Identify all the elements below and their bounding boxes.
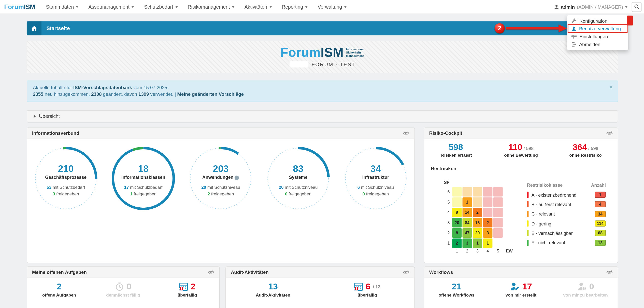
nav-item-schutzbedarf[interactable]: Schutzbedarf — [140, 0, 182, 14]
alert-line-1: Aktuelle Inhalte für ISM-Vorschlagsdaten… — [33, 84, 612, 91]
nav-label: Risikomanagement — [188, 4, 230, 10]
stat-value: 110 — [508, 142, 522, 152]
stat-value: 0 — [589, 282, 594, 292]
matrix-cell[interactable]: 47 — [463, 228, 472, 238]
panel-title: Meine offenen Aufgaben — [32, 270, 87, 275]
eye-slash-icon — [208, 270, 214, 275]
matrix-cell[interactable]: 2 — [452, 238, 462, 248]
matrix-cell[interactable] — [463, 187, 472, 196]
matrix-cell[interactable] — [483, 208, 492, 217]
stat-circle-systeme: 83 Systeme 20 mit Schutzniveau 0 freigeg… — [260, 139, 337, 264]
matrix-cell[interactable] — [493, 187, 503, 196]
panel-title: Risiko-Cockpit — [429, 131, 462, 136]
matrix-cell[interactable]: 20 — [452, 218, 462, 227]
matrix-cell[interactable]: 3 — [463, 238, 472, 248]
stat-value: 2 — [191, 282, 195, 292]
hide-panel-button[interactable] — [606, 270, 613, 275]
matrix-cell[interactable]: 1 — [483, 238, 492, 248]
app-logo[interactable]: ForumISM — [0, 3, 42, 10]
logo-part-forum: Forum — [4, 3, 24, 10]
matrix-cell[interactable]: 84 — [463, 218, 472, 227]
legend-row-a: A - existenzbedrohend 1 — [527, 190, 606, 200]
nav-item-aktivitaeten[interactable]: Aktivitäten — [240, 0, 276, 14]
matrix-cell[interactable] — [483, 197, 492, 207]
nav-item-assetmanagement[interactable]: Assetmanagement — [84, 0, 138, 14]
stat-ueberfaellig: 2 überfällig — [155, 278, 219, 297]
clock-icon — [115, 282, 124, 291]
stat-suffix: / 598 — [588, 146, 598, 151]
menu-item-konfiguration[interactable]: Konfiguration — [567, 17, 628, 25]
user-menu-toggle[interactable]: admin (ADMIN / MANAGER) — [554, 4, 627, 9]
menu-item-einstellungen[interactable]: Einstellungen — [567, 33, 628, 41]
matrix-cell[interactable] — [493, 197, 503, 207]
stat-suffix: / 598 — [524, 146, 534, 151]
menu-item-abmelden[interactable]: Abmelden — [567, 40, 628, 48]
stat-circle-geschaeftsprozesse: 210 Geschäftsprozesse 53 mit Schutzbedar… — [27, 139, 105, 264]
panel-audit-aktivitaeten: Audit-Aktivitäten 13 Audit-Aktivitäten 6… — [225, 266, 415, 308]
nav-item-reporting[interactable]: Reporting — [278, 0, 312, 14]
legend-color-bar — [527, 239, 528, 246]
legend-count-badge: 13 — [595, 239, 606, 246]
stat-demnaechst-faellig: 0 demnächst fällig — [91, 278, 155, 297]
matrix-cell[interactable] — [473, 197, 482, 207]
matrix-cell[interactable] — [493, 238, 503, 248]
hero-banner: ForumISM Informations- Sicherheits- Mana… — [27, 41, 618, 73]
stat-value: 6 — [366, 282, 370, 292]
eye-slash-icon — [606, 131, 613, 136]
matrix-cell[interactable]: 9 — [452, 208, 462, 217]
app-root: ForumISM Stammdaten Assetmanagement Schu… — [0, 0, 644, 308]
matrix-cell[interactable] — [452, 197, 462, 207]
matrix-cell[interactable]: 1 — [463, 197, 472, 207]
stat-sub-text: mit Schutzbedarf — [51, 185, 85, 190]
matrix-cell[interactable]: 16 — [473, 218, 482, 227]
hide-panel-button[interactable] — [208, 270, 214, 275]
risk-body: 598 Risiken erfasst 110/ 598 ohne Bewert… — [424, 139, 618, 263]
stat-value: 13 — [268, 282, 278, 292]
nav-item-stammdaten[interactable]: Stammdaten — [42, 0, 82, 14]
matrix-cell[interactable]: 2 — [473, 208, 482, 217]
nav-item-risikomanagement[interactable]: Risikomanagement — [183, 0, 238, 14]
alert-text: Aktuelle Inhalte für — [33, 85, 73, 90]
menu-item-label: Benutzerverwaltung — [579, 26, 621, 31]
menu-item-benutzerverwaltung[interactable]: Benutzerverwaltung — [567, 25, 628, 33]
hide-panel-button[interactable] — [403, 270, 409, 275]
matrix-cell[interactable]: 1 — [473, 238, 482, 248]
nav-label: Schutzbedarf — [144, 4, 173, 10]
hide-panel-button[interactable] — [403, 131, 409, 136]
matrix-cell[interactable]: 2 — [483, 218, 492, 227]
legend-label: B - äußerst relevant — [532, 202, 592, 207]
matrix-cell[interactable]: 20 — [473, 228, 482, 238]
matrix-cell[interactable] — [473, 187, 482, 196]
matrix-cell[interactable]: 8 — [452, 228, 462, 238]
risk-matrix: SP 6 5 1 4 — [443, 180, 513, 253]
stat-label: Anwendungen — [202, 175, 233, 180]
alert-link-vorschlagsdatenbank[interactable]: ISM-Vorschlagsdatenbank — [73, 85, 132, 90]
search-button[interactable] — [632, 2, 642, 12]
matrix-cell[interactable] — [493, 218, 503, 227]
stat-value: 34 — [337, 164, 414, 173]
home-button[interactable] — [27, 21, 41, 35]
matrix-cell[interactable] — [493, 208, 503, 217]
stat-sub-value: 1 — [130, 191, 132, 196]
hide-panel-button[interactable] — [606, 131, 613, 136]
matrix-cell[interactable] — [493, 228, 503, 238]
matrix-cell[interactable]: 14 — [463, 208, 472, 217]
stat-sub-text: freigegeben — [210, 191, 234, 196]
panel-risiko-cockpit: Risiko-Cockpit 598 Risiken erfasst 110/ … — [424, 127, 618, 263]
matrix-row-label: 2 — [443, 228, 450, 238]
alert-close-button[interactable]: × — [609, 84, 613, 90]
overview-toggle[interactable]: Übersicht — [27, 110, 618, 123]
risk-stat-ohne-bewertung: 110/ 598 ohne Bewertung — [489, 142, 553, 157]
nav-item-verwaltung[interactable]: Verwaltung — [313, 0, 351, 14]
user-dropdown-menu: Konfiguration Benutzerverwaltung Einstel… — [567, 15, 628, 50]
matrix-cell[interactable]: 3 — [483, 228, 492, 238]
matrix-cell[interactable] — [452, 187, 462, 196]
alert-link-meine-vorschlaege[interactable]: Meine geänderten Vorschläge — [177, 92, 244, 97]
panel-meine-offenen-aufgaben: Meine offenen Aufgaben 2 offene Aufgaben… — [27, 266, 220, 308]
matrix-row-label: 3 — [443, 218, 450, 227]
info-icon[interactable] — [235, 175, 239, 180]
matrix-row-label: 5 — [443, 197, 450, 207]
stat-value: 0 — [126, 282, 131, 292]
matrix-cell[interactable] — [483, 187, 492, 196]
stat-label: Informationsklassen — [105, 174, 182, 180]
